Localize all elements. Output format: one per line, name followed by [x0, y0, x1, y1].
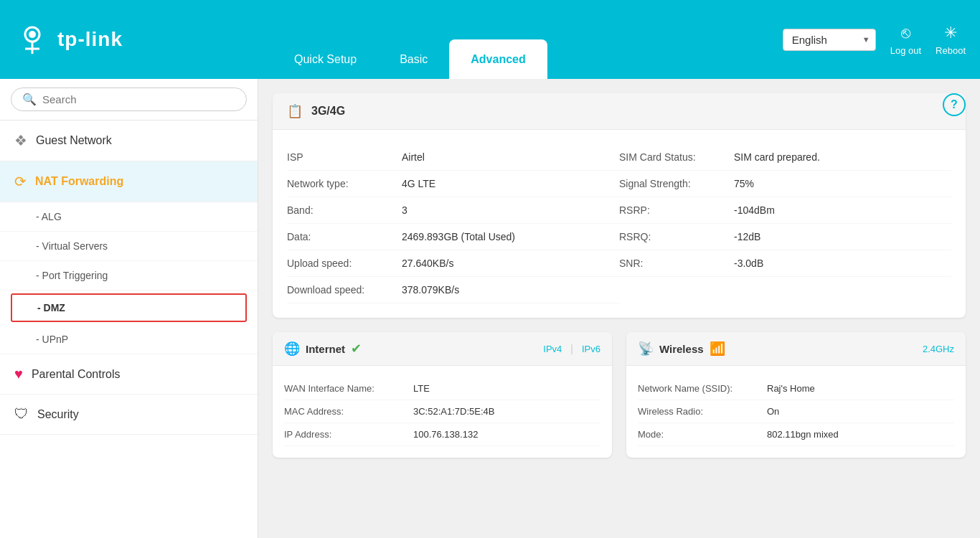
radio-value: On — [767, 406, 779, 417]
reboot-button[interactable]: ✳ Reboot — [936, 24, 966, 56]
reboot-icon: ✳ — [944, 24, 957, 42]
sidebar-item-guest-network[interactable]: ❖ Guest Network — [0, 121, 258, 161]
3g4g-left-col: ISP Airtel Network type: 4G LTE Band: 3 — [287, 144, 619, 303]
sidebar-item-label-nat: NAT Forwarding — [35, 175, 123, 188]
card-internet: 🌐 Internet ✔ IPv4 | IPv6 WAN Interface N… — [273, 332, 612, 458]
signal-label: Signal Strength: — [619, 178, 734, 189]
help-button[interactable]: ? — [943, 93, 966, 116]
3g4g-icon: 📋 — [287, 103, 303, 119]
network-type-value: 4G LTE — [402, 178, 435, 189]
sidebar-item-port-triggering[interactable]: - Port Triggering — [0, 261, 258, 291]
card-3g4g: 📋 3G/4G ISP Airtel Network type: 4G LTE — [273, 93, 966, 318]
ipv4-link[interactable]: IPv4 — [543, 344, 562, 354]
card-wireless-title: Wireless — [659, 343, 704, 355]
search-container: 🔍 — [0, 79, 258, 121]
band-value: 3 — [402, 204, 407, 216]
parental-controls-icon: ♥ — [14, 366, 23, 382]
sidebar-item-virtual-servers[interactable]: - Virtual Servers — [0, 232, 258, 261]
rsrp-label: RSRP: — [619, 204, 734, 216]
card-wireless: 📡 Wireless 📶 2.4GHz Network Name (SSID):… — [626, 332, 966, 458]
sidebar-item-nat-forwarding[interactable]: ⟳ NAT Forwarding — [0, 161, 258, 202]
card-internet-header: 🌐 Internet ✔ IPv4 | IPv6 — [273, 332, 612, 366]
info-row-snr: SNR: -3.0dB — [619, 250, 951, 277]
ssid-value: Raj's Home — [767, 383, 815, 394]
logo-text: tp-link — [57, 28, 123, 51]
info-row-band: Band: 3 — [287, 197, 619, 224]
rsrp-value: -104dBm — [734, 204, 775, 216]
guest-network-icon: ❖ — [14, 132, 27, 149]
logo-area: tp-link — [14, 22, 273, 57]
wireless-row-ssid: Network Name (SSID): Raj's Home — [638, 377, 954, 400]
language-select[interactable]: English — [783, 29, 876, 51]
nat-submenu: - ALG - Virtual Servers - Port Triggerin… — [0, 202, 258, 354]
ipv4-ipv6-separator: | — [570, 343, 573, 354]
content-area: ? 📋 3G/4G ISP Airtel Network type: — [258, 79, 980, 538]
isp-label: ISP — [287, 151, 402, 163]
svg-point-3 — [29, 31, 36, 38]
wireless-antenna-icon: 📡 — [638, 341, 654, 357]
tab-basic[interactable]: Basic — [378, 39, 449, 79]
info-row-sim-status: SIM Card Status: SIM card prepared. — [619, 144, 951, 171]
reboot-label: Reboot — [936, 45, 966, 56]
search-icon: 🔍 — [22, 93, 37, 106]
card-internet-title: Internet — [306, 343, 345, 355]
card-3g4g-header: 📋 3G/4G — [273, 93, 966, 130]
snr-label: SNR: — [619, 258, 734, 269]
security-icon: 🛡 — [14, 406, 29, 423]
mac-value: 3C:52:A1:7D:5E:4B — [413, 406, 494, 417]
sidebar-item-alg[interactable]: - ALG — [0, 202, 258, 232]
ip-value: 100.76.138.132 — [413, 429, 478, 440]
sidebar-item-label-guest: Guest Network — [36, 134, 112, 147]
search-box: 🔍 — [11, 88, 247, 111]
wan-value: LTE — [413, 383, 430, 394]
sim-status-value: SIM card prepared. — [734, 151, 820, 163]
nat-forwarding-icon: ⟳ — [14, 173, 27, 190]
header-right: English ⎋ Log out ✳ Reboot — [783, 24, 966, 56]
sidebar-item-label-parental: Parental Controls — [32, 368, 121, 381]
info-row-network-type: Network type: 4G LTE — [287, 171, 619, 197]
rsrq-value: -12dB — [734, 231, 760, 242]
sim-status-label: SIM Card Status: — [619, 151, 734, 163]
ip-label: IP Address: — [284, 429, 413, 440]
search-input[interactable] — [42, 93, 235, 105]
info-row-isp: ISP Airtel — [287, 144, 619, 171]
3g4g-info-grid: ISP Airtel Network type: 4G LTE Band: 3 — [287, 144, 951, 303]
snr-value: -3.0dB — [734, 258, 763, 269]
ssid-label: Network Name (SSID): — [638, 383, 767, 394]
header: tp-link Quick Setup Basic Advanced Engli… — [0, 0, 980, 79]
ipv6-link[interactable]: IPv6 — [582, 344, 600, 354]
bottom-cards: 🌐 Internet ✔ IPv4 | IPv6 WAN Interface N… — [273, 332, 966, 458]
logout-button[interactable]: ⎋ Log out — [890, 24, 921, 56]
sidebar-item-security[interactable]: 🛡 Security — [0, 395, 258, 435]
freq-link[interactable]: 2.4GHz — [923, 344, 954, 354]
card-3g4g-title: 3G/4G — [311, 105, 345, 118]
logout-label: Log out — [890, 45, 921, 56]
upload-label: Upload speed: — [287, 258, 402, 269]
internet-row-wan: WAN Interface Name: LTE — [284, 377, 600, 400]
info-row-data: Data: 2469.893GB (Total Used) — [287, 224, 619, 250]
internet-globe-icon: 🌐 — [284, 341, 300, 357]
mode-value: 802.11bgn mixed — [767, 429, 839, 440]
info-row-upload: Upload speed: 27.640KB/s — [287, 250, 619, 277]
wireless-row-radio: Wireless Radio: On — [638, 400, 954, 423]
mode-label: Mode: — [638, 429, 767, 440]
tab-quick-setup[interactable]: Quick Setup — [273, 39, 378, 79]
logout-icon: ⎋ — [901, 24, 910, 42]
nav-tabs: Quick Setup Basic Advanced — [273, 0, 783, 79]
network-type-label: Network type: — [287, 178, 402, 189]
info-row-download: Download speed: 378.079KB/s — [287, 277, 619, 303]
isp-value: Airtel — [402, 151, 425, 163]
tab-advanced[interactable]: Advanced — [449, 39, 547, 79]
data-label: Data: — [287, 231, 402, 242]
wireless-row-mode: Mode: 802.11bgn mixed — [638, 423, 954, 446]
upload-value: 27.640KB/s — [402, 258, 453, 269]
rsrq-label: RSRQ: — [619, 231, 734, 242]
card-3g4g-body: ISP Airtel Network type: 4G LTE Band: 3 — [273, 130, 966, 318]
wan-label: WAN Interface Name: — [284, 383, 413, 394]
language-selector-wrapper[interactable]: English — [783, 29, 876, 51]
sidebar-item-upnp[interactable]: - UPnP — [0, 325, 258, 354]
internet-row-mac: MAC Address: 3C:52:A1:7D:5E:4B — [284, 400, 600, 423]
data-value: 2469.893GB (Total Used) — [402, 231, 515, 242]
sidebar-item-parental-controls[interactable]: ♥ Parental Controls — [0, 354, 258, 395]
sidebar-item-dmz[interactable]: - DMZ — [11, 293, 247, 322]
